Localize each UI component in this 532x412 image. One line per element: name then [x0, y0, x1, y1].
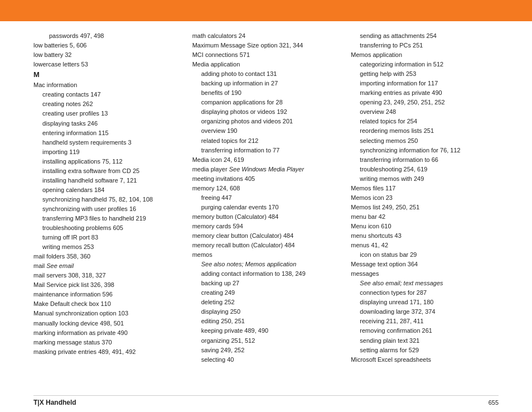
- index-entry-sub: editing 250, 251: [192, 317, 340, 326]
- footer-page: 655: [489, 399, 499, 406]
- index-entry-sub: installing extra software from CD 25: [33, 166, 181, 176]
- index-entry-main: Manual synchronization option 103: [33, 309, 181, 318]
- index-entry-sub: synchronizing with user profiles 16: [33, 204, 181, 214]
- index-entry-sub: overview 248: [351, 107, 499, 117]
- index-entry-sub: getting help with 253: [351, 69, 499, 79]
- index-entry-sub: downloading large 372, 374: [351, 307, 499, 317]
- index-entry-sub: transferring information to 77: [192, 146, 340, 155]
- index-entry-main: mail folders 358, 360: [33, 252, 181, 261]
- index-entry-sub: creating contacts 147: [33, 90, 181, 99]
- index-entry-sub: transferring information to 66: [351, 155, 499, 165]
- index-entry-sub: troubleshooting problems 605: [33, 223, 181, 233]
- index-entry-sub: synchronizing handheld 75, 82, 104, 108: [33, 195, 181, 204]
- index-entry-sub: installing applications 75, 112: [33, 157, 181, 166]
- index-entry-sub: purging calendar events 170: [192, 203, 340, 212]
- index-entry-sub: importing information for 117: [351, 79, 499, 88]
- index-entry-sub: icon on status bar 29: [351, 250, 499, 260]
- index-entry-sub: opening calendars 184: [33, 185, 181, 195]
- index-entry-main: media player See Windows Media Player: [192, 165, 340, 174]
- index-entry-sub: related topics for 212: [192, 136, 340, 146]
- index-entry-main: math calculators 24: [192, 31, 340, 41]
- index-entry-main: menu bar 42: [351, 212, 499, 222]
- index-entry-main: Menu icon 610: [351, 222, 499, 231]
- index-entry-main: menus 41, 42: [351, 241, 499, 250]
- index-entry-main: masking private entries 489, 491, 492: [33, 347, 181, 357]
- index-entry-sub: sending plain text 321: [351, 336, 499, 346]
- index-entry-main: Message text option 364: [351, 260, 499, 269]
- index-entry-sub: installing handheld software 7, 121: [33, 176, 181, 185]
- index-entry-sub: adding contact information to 138, 249: [192, 269, 340, 279]
- index-entry-main: memory 124, 608: [192, 184, 340, 193]
- index-entry-sub: displaying unread 171, 180: [351, 298, 499, 307]
- index-entry-main: memory button (Calculator) 484: [192, 212, 340, 222]
- index-entry-sub: See also email; text messages: [351, 279, 499, 288]
- index-entry-sub: displaying tasks 246: [33, 119, 181, 128]
- index-entry-main: low battery 32: [33, 50, 181, 60]
- index-entry-sub: overview 190: [192, 126, 340, 136]
- index-entry-sub: See also notes; Memos application: [192, 260, 340, 269]
- index-entry-main: mail See email: [33, 261, 181, 271]
- column-2: math calculators 24Maximum Message Size …: [192, 31, 351, 393]
- index-entry-sub: creating notes 262: [33, 99, 181, 109]
- index-entry-main: marking information as private 490: [33, 328, 181, 338]
- index-entry-sub: backing up 27: [192, 279, 340, 288]
- index-entry-main: memory cards 594: [192, 222, 340, 231]
- index-entry-main: Mac information: [33, 80, 181, 90]
- index-entry-sub: creating user profiles 13: [33, 109, 181, 118]
- index-entry-sub: selecting 40: [192, 355, 340, 365]
- index-entry-main: Memos list 249, 250, 251: [351, 203, 499, 212]
- index-entry-sub: creating 249: [192, 288, 340, 298]
- index-entry-sub: removing confirmation 261: [351, 326, 499, 336]
- index-entry-sub: displaying photos or videos 192: [192, 107, 340, 117]
- index-entry-sub: related topics for 254: [351, 117, 499, 126]
- index-entry-sub: deleting 252: [192, 298, 340, 307]
- index-entry-main: Media application: [192, 60, 340, 69]
- index-entry-main: Media icon 24, 619: [192, 155, 340, 165]
- orange-bar: [0, 0, 532, 21]
- index-entry-main: Memos files 117: [351, 184, 499, 193]
- index-entry-main: mail servers 308, 318, 327: [33, 271, 181, 280]
- section-letter: M: [33, 70, 40, 79]
- index-entry-sub: sending as attachments 254: [351, 31, 499, 41]
- index-entry-sub: adding photo to contact 131: [192, 69, 340, 79]
- index-entry-sub: freeing 447: [192, 193, 340, 203]
- index-entry-main: memos: [192, 250, 340, 260]
- index-entry-sub: reordering memos lists 251: [351, 126, 499, 136]
- index-entry-sub: writing memos with 249: [351, 174, 499, 184]
- index-entry-main: Microsoft Excel spreadsheets: [351, 355, 499, 365]
- index-entry-sub: setting alarms for 529: [351, 346, 499, 355]
- index-entry-main: memory recall button (Calculator) 484: [192, 241, 340, 250]
- index-entry-sub: receiving 211, 287, 411: [351, 317, 499, 326]
- index-entry-main: Memos icon 23: [351, 193, 499, 203]
- column-3: sending as attachments 254transferring t…: [351, 31, 499, 393]
- index-entry-main: Make Default check box 110: [33, 299, 181, 309]
- index-entry-main: MCI connections 571: [192, 50, 340, 60]
- index-entry-main: messages: [351, 269, 499, 279]
- index-entry-sub: transferring MP3 files to handheld 219: [33, 214, 181, 223]
- index-entry-sub2: passwords 497, 498: [33, 31, 181, 41]
- index-entry-sub: synchronizing information for 76, 112: [351, 146, 499, 155]
- index-entry-main: manually locking device 498, 501: [33, 319, 181, 328]
- index-entry-main: maintenance information 596: [33, 290, 181, 299]
- index-entry-sub: backing up information in 27: [192, 79, 340, 88]
- index-entry-sub: displaying 250: [192, 307, 340, 317]
- column-1: passwords 497, 498low batteries 5, 606lo…: [33, 31, 192, 393]
- index-entry-sub: saving 249, 252: [192, 346, 340, 355]
- index-entry-sub: benefits of 190: [192, 88, 340, 98]
- index-entry-main: Mail Service pick list 326, 398: [33, 280, 181, 290]
- index-entry-sub: connection types for 287: [351, 288, 499, 298]
- index-entry-main: menu shortcuts 43: [351, 231, 499, 241]
- index-entry-main: marking message status 370: [33, 338, 181, 347]
- page-content: passwords 497, 498low batteries 5, 606lo…: [0, 21, 532, 412]
- index-entry-sub: organizing photos and videos 201: [192, 117, 340, 126]
- index-entry-main: meeting invitations 405: [192, 174, 340, 184]
- index-entry-sub: selecting memos 250: [351, 136, 499, 146]
- index-entry-sub: transferring to PCs 251: [351, 41, 499, 50]
- columns: passwords 497, 498low batteries 5, 606lo…: [33, 31, 499, 393]
- index-entry-sub: troubleshooting 254, 619: [351, 165, 499, 174]
- index-entry-sub: marking entries as private 490: [351, 88, 499, 98]
- index-entry-sub: entering information 115: [33, 128, 181, 138]
- index-entry-main: memory clear button (Calculator) 484: [192, 231, 340, 241]
- index-entry-main: Memos application: [351, 50, 499, 60]
- index-entry-sub: turning off IR port 83: [33, 233, 181, 242]
